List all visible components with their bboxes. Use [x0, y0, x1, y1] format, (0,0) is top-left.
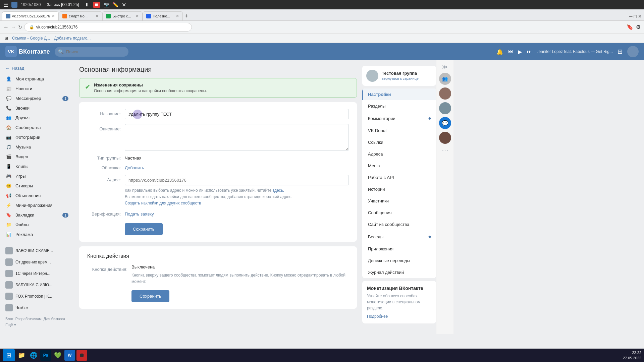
bell-btn[interactable]: 🔔 [496, 49, 503, 55]
sidebar-item-video[interactable]: 🎬 Видео [0, 152, 74, 162]
save-basic-btn[interactable]: Сохранить [125, 223, 163, 235]
edit-btn[interactable]: ✏️ [113, 2, 118, 7]
bookmark-1[interactable]: Ссылки - Google Д... [12, 36, 50, 41]
right-collapse-icon[interactable]: ≫ [442, 64, 448, 70]
nav-messages[interactable]: Сообщения [362, 207, 436, 219]
sidebar-item-news[interactable]: 📰 Новости [0, 84, 74, 94]
group-back-link[interactable]: вернуться к странице [382, 76, 419, 80]
sidebar-item-bookmarks[interactable]: 🔖 Закладки 1 [0, 210, 74, 220]
sidebar-back[interactable]: ← Назад [0, 64, 74, 74]
footer-link-blog[interactable]: Блог [5, 317, 13, 321]
sidebar-item-files[interactable]: 📁 Файлы [0, 220, 74, 230]
community-1c[interactable]: 1С через Интерн... [0, 268, 74, 279]
sidebar-item-photos[interactable]: 📷 Фотографии [0, 132, 74, 142]
menu-icon[interactable]: ☰ [3, 2, 8, 8]
apps-grid-btn[interactable]: ⊞ [618, 48, 623, 55]
community-babushka[interactable]: БАБУШКА С ИЗЮ... [0, 279, 74, 291]
sidebar-item-my-page[interactable]: 👤 Моя страница [0, 74, 74, 84]
save-action-btn[interactable]: Сохранить [131, 290, 169, 302]
sidebar-item-stickers[interactable]: 😊 Стикеры [0, 181, 74, 191]
nav-applications[interactable]: Приложения [362, 243, 436, 255]
sidebar-item-communities[interactable]: 🏠 Сообщества [0, 123, 74, 132]
search-input[interactable] [55, 47, 128, 57]
nav-api[interactable]: Работа с API [362, 172, 436, 183]
tab-smart-close[interactable]: ✕ [95, 14, 99, 18]
tab-polezno[interactable]: Полезно... ✕ [143, 11, 183, 20]
vk-logo[interactable]: VK ВКонтакте [5, 46, 50, 57]
nav-sections[interactable]: Разделы [362, 100, 436, 112]
close-browser-btn[interactable]: ✕ [638, 14, 642, 19]
cover-link[interactable]: Добавить [125, 165, 144, 170]
stop-btn[interactable]: ⏹ [93, 2, 100, 8]
tab-bistro[interactable]: Быстро с... ✕ [102, 11, 143, 20]
prev-track-btn[interactable]: ⏮ [508, 49, 513, 55]
play-btn[interactable]: ▶ [518, 49, 522, 55]
stickers-icon: 😊 [5, 183, 12, 188]
minimize-btn[interactable]: ─ [629, 14, 633, 19]
right-people-icon[interactable]: 👥 [439, 73, 451, 85]
action-title: Кнопка действия [87, 253, 349, 259]
nav-settings[interactable]: Настройки [362, 88, 436, 100]
nav-vk-donut[interactable]: VK Donut [362, 125, 436, 136]
tab-polezno-close[interactable]: ✕ [176, 14, 179, 18]
nav-links[interactable]: Ссылки [362, 136, 436, 148]
forward-nav-btn[interactable]: → [11, 24, 16, 30]
footer-link-biz[interactable]: Для бизнеса [44, 317, 65, 321]
address-link-1[interactable]: здесь. [273, 188, 284, 193]
address-input[interactable] [125, 175, 349, 185]
sidebar-item-reklama[interactable]: 📊 Реклама [0, 230, 74, 239]
nav-participants[interactable]: Участники [362, 195, 436, 207]
sidebar-item-ads[interactable]: 📢 Объявления [0, 191, 74, 200]
community-chekbek[interactable]: Чекбэк [0, 302, 74, 313]
search-icon: 🔍 [58, 49, 64, 54]
sidebar-item-friends[interactable]: 👥 Друзья [0, 113, 74, 123]
nav-addresses[interactable]: Адреса [362, 148, 436, 160]
reklama-icon: 📊 [5, 232, 12, 237]
right-avatar-2[interactable] [439, 102, 451, 114]
address-link-2[interactable]: Создать наклейки для других сообществ [125, 201, 201, 205]
sidebar-item-games[interactable]: 🎮 Игры [0, 171, 74, 181]
sidebar-item-calls[interactable]: 📞 Звонки [0, 103, 74, 113]
tab-bistro-close[interactable]: ✕ [136, 14, 139, 18]
settings-nav-card: Настройки Разделы Комментарии ● VK Donut… [362, 88, 436, 278]
tab-vk-close[interactable]: ✕ [52, 14, 55, 18]
nav-stories[interactable]: Истории [362, 183, 436, 195]
verification-link[interactable]: Подать заявку [125, 212, 154, 217]
maximize-btn[interactable]: □ [634, 14, 637, 19]
sidebar-item-clips[interactable]: 📱 Клипы [0, 162, 74, 171]
close-recording-btn[interactable]: ✕ [122, 2, 126, 8]
nav-website[interactable]: Сайт из сообщества [362, 219, 436, 230]
name-input[interactable] [125, 109, 349, 119]
tab-smart[interactable]: смарт мо... ✕ [59, 11, 102, 20]
nav-activity[interactable]: Журнал действий [362, 266, 436, 278]
community-fox[interactable]: FOX Promotion | К... [0, 291, 74, 302]
footer-link-dev[interactable]: Разработчикам [15, 317, 42, 321]
bookmark-2[interactable]: Добавить подзаго... [54, 36, 91, 41]
desc-input[interactable] [125, 124, 349, 151]
right-sms-icon[interactable]: 💬 [439, 117, 451, 129]
community-drevnih[interactable]: От древних врем... [0, 256, 74, 268]
tab-vk[interactable]: vk.com/club213560176 ✕ [2, 11, 59, 20]
right-avatar-1[interactable] [439, 87, 451, 100]
right-avatar-3[interactable] [439, 132, 451, 144]
next-track-btn[interactable]: ⏭ [527, 49, 532, 55]
community-lavochki[interactable]: ЛАВОЧКИ-СКАМЕ... [0, 245, 74, 256]
nav-conversations[interactable]: Беседы ● [362, 230, 436, 243]
nav-menu[interactable]: Меню [362, 160, 436, 172]
user-avatar[interactable] [627, 46, 639, 57]
sidebar-item-messenger[interactable]: 💬 Мессенджер 1 [0, 94, 74, 103]
footer-link-more[interactable]: Ещё ▾ [5, 323, 16, 327]
new-tab-btn[interactable]: + [183, 13, 191, 20]
sidebar-item-mini-apps[interactable]: ⚡ Мини-приложения [0, 200, 74, 210]
reload-btn[interactable]: ↻ [18, 24, 22, 30]
screenshot-btn[interactable]: 📷 [104, 2, 109, 7]
address-text[interactable]: vk.com/club213560176 [36, 25, 187, 29]
apps-icon[interactable]: ⊞ [5, 36, 8, 41]
pause-btn[interactable]: ⏸ [85, 2, 90, 7]
sidebar-item-music[interactable]: 🎵 Музыка [0, 142, 74, 152]
nav-comments[interactable]: Комментарии ● [362, 112, 436, 125]
nav-money[interactable]: Денежные переводы [362, 255, 436, 266]
nav-comments-label: Комментарии [368, 116, 395, 121]
back-nav-btn[interactable]: ← [3, 24, 9, 30]
monetize-link[interactable]: Подробнее [367, 314, 388, 319]
